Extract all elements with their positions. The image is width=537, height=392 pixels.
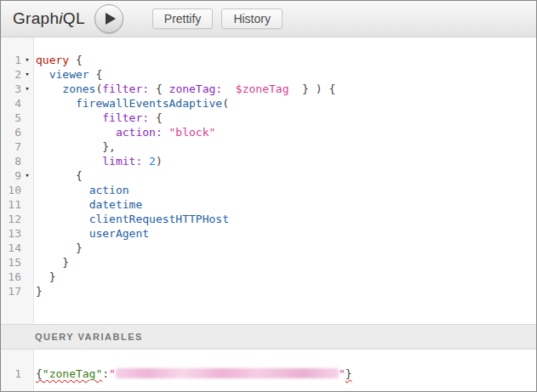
code-text: }	[34, 270, 55, 284]
code-line[interactable]: 5 filter: {	[1, 111, 536, 125]
code-text: filter: {	[34, 111, 163, 125]
code-text: limit: 2)	[34, 154, 163, 168]
code-token: zoneTag:	[169, 82, 223, 95]
fold-spacer	[21, 111, 33, 125]
code-line[interactable]: 11 datetime	[1, 197, 536, 212]
line-number: 1	[1, 53, 21, 67]
code-line[interactable]: 4 firewallEventsAdaptive(	[1, 96, 536, 111]
variables-editor[interactable]: 1{"zoneTag":""}	[1, 349, 536, 391]
code-token: }	[36, 285, 43, 298]
fold-spacer	[21, 284, 33, 298]
code-token: filter:	[102, 111, 149, 124]
history-button[interactable]: History	[221, 9, 283, 29]
line-number: 6	[1, 125, 21, 139]
code-token: "	[109, 367, 116, 380]
line-number: 10	[1, 183, 21, 197]
code-token: datetime	[89, 198, 143, 211]
gutter: 3▾	[1, 82, 34, 96]
code-token: userAgent	[89, 227, 149, 240]
code-line[interactable]: 13 userAgent	[1, 226, 536, 241]
code-token: "	[339, 367, 346, 380]
line-number: 11	[1, 197, 21, 212]
fold-spacer	[21, 212, 33, 226]
code-token: action	[89, 184, 129, 196]
line-number: 15	[1, 255, 21, 270]
fold-spacer	[21, 270, 33, 284]
code-token: {	[36, 169, 83, 182]
gutter: 1▾	[1, 53, 34, 67]
gutter: 15	[1, 255, 34, 270]
gutter: 8	[1, 154, 34, 168]
code-text: query {	[34, 53, 83, 67]
line-number: 7	[1, 139, 21, 154]
code-line[interactable]: 16 }	[1, 270, 536, 284]
fold-spacer	[21, 241, 33, 255]
gutter: 14	[1, 241, 34, 255]
code-line[interactable]: 10 action	[1, 183, 536, 197]
query-variables-header[interactable]: QUERY VARIABLES	[1, 324, 536, 349]
line-number: 5	[1, 111, 21, 125]
graphiql-app: GraphiQL Prettify History 1▾query {2▾ vi…	[0, 0, 537, 392]
code-text: viewer {	[34, 67, 102, 82]
fold-arrow-icon[interactable]: ▾	[21, 82, 33, 96]
code-token: action:	[116, 126, 163, 139]
line-number: 14	[1, 241, 21, 255]
code-token: }	[346, 367, 352, 380]
fold-arrow-icon[interactable]: ▾	[21, 53, 33, 67]
gutter: 13	[1, 226, 34, 241]
code-token: 2	[149, 155, 156, 168]
code-token: "zoneTag"	[43, 367, 102, 380]
code-text: {"zoneTag":""}	[34, 366, 352, 381]
code-line[interactable]: 9▾ {	[1, 168, 536, 183]
prettify-button[interactable]: Prettify	[152, 9, 214, 29]
gutter: 9▾	[1, 168, 34, 183]
code-token	[36, 213, 89, 225]
code-text: {	[34, 168, 83, 183]
toolbar: GraphiQL Prettify History	[1, 1, 536, 37]
code-token	[36, 198, 89, 211]
code-line[interactable]: 1{"zoneTag":""}	[1, 366, 536, 381]
code-text: datetime	[34, 197, 142, 212]
code-token	[36, 126, 116, 139]
code-token: )	[156, 155, 163, 168]
code-line[interactable]: 14 }	[1, 241, 536, 255]
code-line[interactable]: 2▾ viewer {	[1, 67, 536, 82]
code-line[interactable]: 8 limit: 2)	[1, 154, 536, 168]
gutter: 12	[1, 212, 34, 226]
code-token: {	[89, 68, 103, 81]
code-token: clientRequestHTTPHost	[89, 213, 229, 225]
code-line[interactable]: 1▾query {	[1, 53, 536, 67]
gutter: 5	[1, 111, 34, 125]
line-number: 8	[1, 154, 21, 168]
execute-query-button[interactable]	[94, 4, 123, 33]
logo-text-suffix: QL	[63, 9, 85, 27]
fold-arrow-icon[interactable]: ▾	[21, 67, 33, 82]
fold-spacer	[21, 139, 33, 154]
code-token	[36, 227, 89, 240]
fold-arrow-icon[interactable]: ▾	[21, 168, 33, 183]
code-text: firewallEventsAdaptive(	[34, 96, 229, 111]
code-token	[36, 155, 102, 168]
code-token: {	[149, 111, 163, 124]
fold-spacer	[21, 125, 33, 139]
code-line[interactable]: 6 action: "block"	[1, 125, 536, 139]
code-token	[222, 82, 236, 95]
line-number: 12	[1, 212, 21, 226]
code-line[interactable]: 7 },	[1, 139, 536, 154]
code-token: }	[36, 256, 69, 269]
gutter: 17	[1, 284, 34, 298]
code-line[interactable]: 3▾ zones(filter: { zoneTag: $zoneTag } )…	[1, 82, 536, 96]
line-number: 1	[1, 366, 21, 381]
code-text: action: "block"	[34, 125, 215, 139]
code-line[interactable]: 17}	[1, 284, 536, 298]
code-token	[36, 184, 89, 196]
code-text: zones(filter: { zoneTag: $zoneTag } ) {	[34, 82, 335, 96]
code-token: }	[36, 270, 55, 283]
code-token	[36, 68, 49, 81]
query-editor[interactable]: 1▾query {2▾ viewer {3▾ zones(filter: { z…	[1, 37, 536, 324]
code-line[interactable]: 12 clientRequestHTTPHost	[1, 212, 536, 226]
code-line[interactable]: 15 }	[1, 255, 536, 270]
code-token: {	[36, 367, 43, 380]
code-token: {	[149, 82, 169, 95]
code-token: (	[222, 97, 229, 110]
